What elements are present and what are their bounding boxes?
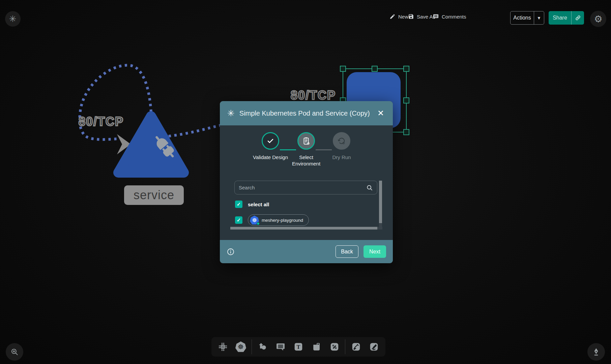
component-icon[interactable] [215,339,230,354]
step-label: Dry Run [321,154,362,161]
pen-nib-icon [592,347,601,356]
select-all-row: ✓ select all [235,201,269,208]
step-dry-run: ⚙ Dry Run [321,132,362,161]
step-validate-design[interactable]: Validate Design [250,132,291,161]
environment-checkbox[interactable]: ✓ [235,216,242,224]
shapes-icon[interactable] [255,339,270,354]
share-label: Share [549,15,571,21]
step-label: Validate Design [250,154,291,161]
next-button[interactable]: Next [363,245,386,258]
pen-tool-icon[interactable] [349,339,363,354]
search-icon[interactable] [366,184,373,191]
actions-button[interactable]: Actions ▼ [510,11,544,25]
settings-button[interactable]: ⚙ [590,11,606,27]
search-input[interactable] [239,185,366,190]
media-icon[interactable] [309,339,324,354]
close-icon[interactable]: ✕ [376,107,385,119]
environment-chip[interactable]: ☸ meshery-playground [248,214,309,226]
save-icon [408,13,414,20]
svg-text:⚙: ⚙ [307,142,310,145]
meshery-design-canvas: 80/TCP 80/TCP service ✳ New Save As Comm… [0,0,611,364]
modal-header: ✳ Simple Kubernetes Pod and Service (Cop… [220,101,393,125]
service-node-label: service [124,185,184,205]
modal-title: Simple Kubernetes Pod and Service (Copy) [239,110,371,117]
sketch-icon[interactable] [367,339,381,354]
zoom-in-button[interactable] [6,343,23,361]
toolbar-separator [252,339,252,354]
gear-icon: ⚙ [594,13,602,25]
actions-label: Actions [511,15,534,21]
comment-icon [433,13,439,20]
comment-icon[interactable] [273,339,288,354]
toolbar-separator [345,339,345,354]
environment-name: meshery-playground [262,218,303,223]
new-label: New [398,14,408,20]
meshery-logo-icon: ✳ [227,108,235,119]
bottom-toolbar: ☸ T [211,337,385,357]
kubernetes-icon: ☸ [250,216,259,225]
info-icon[interactable] [227,248,235,256]
environment-search[interactable] [234,181,377,194]
environment-row: ✓ ☸ meshery-playground [235,214,309,226]
step-label: Select Environment [286,154,326,167]
top-toolbar: ✳ New Save As Comments Actions ▼ Sha [0,0,611,34]
comments-button[interactable]: Comments [433,13,466,20]
select-all-checkbox[interactable]: ✓ [235,201,242,208]
stepper-connector-done [280,149,296,150]
zoom-in-icon [10,347,19,356]
svg-text:⚙: ⚙ [342,141,345,145]
stepper-connector-pending [316,149,332,150]
status-dot [257,222,260,225]
save-as-button[interactable]: Save As [408,13,435,20]
share-button[interactable]: Share [549,11,584,25]
vertical-scrollbar-thumb[interactable] [379,181,382,223]
edge-label-80tcp-left: 80/TCP [79,115,124,129]
meshery-app-icon[interactable]: ✳ [5,11,21,27]
select-all-label: select all [248,202,269,207]
service-triangle-node[interactable] [108,101,196,182]
clipboard-gear-icon: ⚙ [297,132,315,150]
pen-mode-button[interactable] [587,343,605,361]
back-button[interactable]: Back [336,245,358,258]
relationship-icon[interactable] [327,339,342,354]
svg-text:T: T [297,344,300,350]
horizontal-scrollbar-thumb[interactable] [230,227,377,230]
text-icon[interactable]: T [291,339,306,354]
comments-label: Comments [442,14,466,20]
pencil-icon [389,13,396,20]
chevron-down-icon[interactable]: ▼ [534,11,544,24]
copy-link-icon[interactable] [571,11,584,25]
edge-label-80tcp-right: 80/TCP [291,88,336,102]
kubernetes-icon[interactable]: ☸ [233,339,248,354]
modal-footer: Back Next [220,240,393,263]
deploy-design-modal: ✳ Simple Kubernetes Pod and Service (Cop… [220,101,393,263]
check-icon [262,132,279,150]
new-button[interactable]: New [389,13,408,20]
dry-run-icon: ⚙ [333,132,350,150]
